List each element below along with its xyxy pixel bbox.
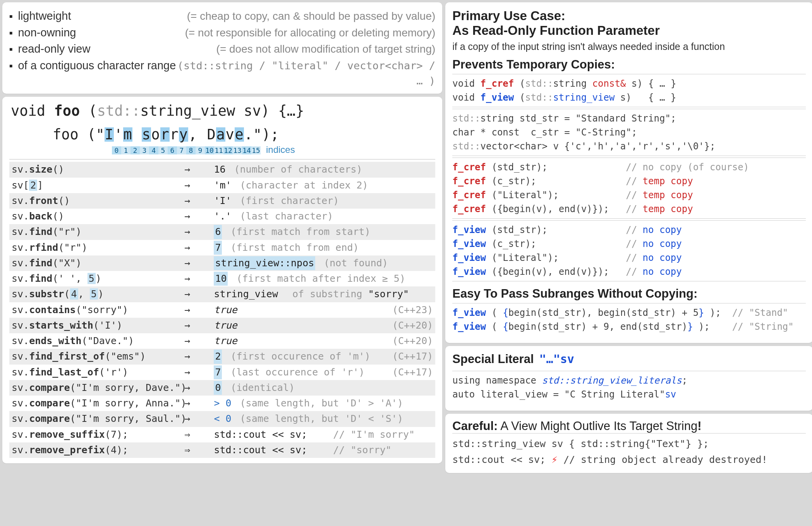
careful-card: Careful: A View Might Outlive Its Target… [445, 414, 812, 473]
method-row: sv.front()→'I'(first character) [9, 193, 435, 209]
usecase-card: Primary Use Case: As Read-Only Function … [445, 2, 812, 343]
property-item: read-only view(= does not allow modifica… [9, 41, 435, 57]
property-item: lightweight(= cheap to copy, can & shoul… [9, 8, 435, 24]
method-row: sv.ends_with("Dave.")→true(C++20) [9, 333, 435, 349]
methods-table: sv.size()→16(number of characters)sv[2]→… [9, 162, 435, 458]
method-row: sv.substr(4, 5)→string_view of substring… [9, 286, 435, 302]
method-row: sv.find("X")→string_view::npos(not found… [9, 255, 435, 271]
property-item: non-owning(= not responsible for allocat… [9, 24, 435, 41]
usecase-subtitle: if a copy of the input string isn't alwa… [452, 41, 806, 52]
prevents-heading: Prevents Temporary Copies: [452, 58, 806, 72]
literal-card: Special Literal "…"sv using namespace st… [445, 346, 812, 411]
method-row: sv.compare("I'm sorry, Anna.")→> 0(same … [9, 396, 435, 411]
property-item: of a contiguous character range(std::str… [9, 57, 435, 88]
method-row: sv.remove_prefix(4);⇒std::cout << sv; //… [9, 442, 435, 458]
method-row: sv.contains("sorry")→true(C++23) [9, 302, 435, 318]
subrange-heading: Easy To Pass Subranges Without Copying: [452, 287, 806, 301]
code-careful: std::string_view sv { std::string{"Text"… [452, 433, 806, 468]
usecase-heading: Primary Use Case: As Read-Only Function … [452, 9, 806, 38]
properties-list: lightweight(= cheap to copy, can & shoul… [9, 8, 435, 88]
code-literal: using namespace std::string_view_literal… [452, 371, 806, 404]
methods-card: void foo (std::string_view sv) {…} foo (… [2, 97, 442, 463]
code-subranges: f_view ( {begin(std_str), begin(std_str)… [452, 303, 806, 336]
method-row: sv.compare("I'm sorry, Dave.")→0(identic… [9, 380, 435, 396]
function-signature: void foo (std::string_view sv) {…} [9, 102, 435, 120]
method-row: sv.size()→16(number of characters) [9, 162, 435, 177]
literal-heading-text: Special Literal [452, 352, 534, 366]
method-row: sv.rfind("r")→7(first match from end) [9, 240, 435, 255]
method-row: sv[2]→'m'(character at index 2) [9, 178, 435, 193]
method-row: sv.find_first_of("ems")→2(first occurenc… [9, 349, 435, 364]
code-fcref-calls: f_cref (std_str); // no copy (of course)… [452, 158, 806, 219]
properties-card: lightweight(= cheap to copy, can & shoul… [2, 2, 442, 94]
method-row: sv.remove_suffix(7);⇒std::cout << sv; //… [9, 427, 435, 442]
function-call: foo ("I'm sorry, Dave."); [9, 126, 435, 143]
code-vars: std::string std_str = "Standard String";… [452, 109, 806, 156]
method-row: sv.compare("I'm sorry, Saul.")→< 0(same … [9, 411, 435, 427]
code-signatures: void f_cref (std::string const& s) { … }… [452, 74, 806, 107]
code-fview-calls: f_view (std_str); // no copy f_view (c_s… [452, 220, 806, 281]
method-row: sv.find(' ', 5)→10(first match after ind… [9, 271, 435, 286]
index-ruler: 0123456789101112131415indices [9, 144, 435, 155]
method-row: sv.starts_with('I')→true(C++20) [9, 318, 435, 333]
careful-heading: Careful: A View Might Outlive Its Target… [452, 419, 806, 433]
method-row: sv.find("r")→6(first match from start) [9, 224, 435, 240]
method-row: sv.find_last_of('r')→7(last occurence of… [9, 365, 435, 380]
method-row: sv.back()→'.'(last character) [9, 209, 435, 224]
